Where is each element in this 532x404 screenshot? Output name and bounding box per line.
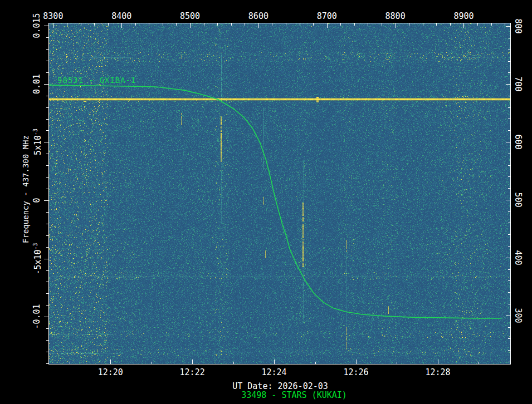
bottom-axis-tick <box>315 362 316 364</box>
left-axis-tick-label: -0.01 <box>33 304 41 329</box>
top-axis-tick <box>423 23 423 26</box>
left-axis-tick <box>46 119 48 120</box>
top-axis-tick-label: 8600 <box>248 12 269 21</box>
bottom-axis-tick-label: 12:22 <box>180 368 205 377</box>
right-axis-tick <box>508 61 510 62</box>
top-axis-tick <box>67 23 67 26</box>
left-axis-tick <box>46 37 48 38</box>
right-axis-tick-label: 800 <box>514 19 522 34</box>
left-axis-tick <box>46 340 48 341</box>
top-axis-tick <box>217 23 218 26</box>
left-axis-tick <box>44 142 48 142</box>
bottom-axis-tick <box>152 362 152 364</box>
bottom-axis-tick-label: 12:20 <box>98 368 123 377</box>
top-axis-tick <box>121 23 122 28</box>
top-axis-tick <box>81 23 81 26</box>
top-axis-tick <box>53 23 53 28</box>
top-axis-tick <box>300 23 300 26</box>
right-axis-tick <box>506 316 510 316</box>
left-axis-tick <box>44 200 48 201</box>
top-axis-tick-label: 8300 <box>43 12 63 21</box>
top-axis-tick <box>94 23 95 26</box>
right-axis-tick <box>508 176 510 177</box>
left-axis-tick <box>44 259 48 259</box>
right-axis-tick <box>508 246 510 247</box>
top-axis-tick <box>450 23 451 26</box>
top-axis-tick <box>382 23 382 26</box>
top-axis-tick <box>327 23 328 28</box>
right-axis-tick <box>506 26 510 27</box>
left-axis-tick <box>46 352 48 352</box>
right-axis-tick <box>508 338 510 339</box>
top-axis-tick <box>396 23 396 28</box>
left-axis-tick <box>46 130 48 131</box>
left-axis-tick <box>46 212 48 213</box>
right-axis-tick-label: 600 <box>514 134 522 149</box>
top-axis-tick <box>313 23 314 26</box>
right-axis-tick-label: 500 <box>514 192 522 207</box>
bottom-axis-tick <box>397 362 397 364</box>
left-axis-tick <box>46 305 48 306</box>
right-axis-tick <box>506 258 510 258</box>
top-axis-tick <box>477 23 478 26</box>
top-axis-tick-label: 8500 <box>180 12 200 21</box>
bottom-axis-tick <box>274 359 275 364</box>
top-axis-tick-label: 8700 <box>317 12 337 21</box>
bottom-axis-tick <box>192 359 193 364</box>
bottom-axis-tick <box>438 359 438 364</box>
left-axis-tick <box>46 165 48 166</box>
left-axis-tick <box>46 247 48 248</box>
left-axis-tick <box>46 224 48 224</box>
top-axis-tick <box>409 23 409 26</box>
top-axis-tick <box>272 23 272 26</box>
top-axis-tick <box>204 23 204 26</box>
right-axis-tick <box>506 200 510 200</box>
left-axis-tick-label: 0.015 <box>33 13 41 38</box>
left-axis-tick <box>46 72 48 73</box>
left-axis-tick <box>46 96 48 96</box>
right-axis-tick-label: 300 <box>514 308 522 323</box>
ut-date-label: UT Date: 2026-02-03 <box>232 382 328 391</box>
top-axis-tick <box>340 23 341 26</box>
right-axis-tick <box>508 280 510 281</box>
right-axis-tick <box>508 188 510 189</box>
bottom-axis-tick <box>110 359 111 364</box>
bottom-axis-tick-label: 12:26 <box>343 368 368 377</box>
plot-frame <box>48 23 511 364</box>
left-axis-tick <box>46 270 48 271</box>
right-axis-tick <box>508 304 510 304</box>
right-axis-tick <box>506 84 510 85</box>
top-axis-tick <box>190 23 191 28</box>
right-axis-tick <box>508 362 510 362</box>
top-axis-tick-label: 8900 <box>453 12 474 21</box>
right-axis-tick <box>508 119 510 119</box>
top-axis-tick <box>245 23 245 26</box>
doppler-curve-label: 98531 - GXIBA-1 <box>57 76 136 84</box>
left-axis-tick <box>44 84 48 85</box>
top-axis-tick <box>163 23 163 26</box>
top-axis-tick <box>491 23 492 26</box>
right-axis-tick <box>508 223 510 223</box>
left-axis-tick-label: -5x10-3 <box>31 243 42 274</box>
left-axis-tick <box>46 61 48 61</box>
left-axis-tick <box>46 363 48 364</box>
right-axis-tick <box>508 350 510 351</box>
top-axis-tick <box>258 23 259 28</box>
top-axis-tick <box>368 23 368 26</box>
top-axis-tick <box>463 23 464 28</box>
right-axis-tick <box>508 38 510 38</box>
right-axis-tick <box>508 327 510 328</box>
right-axis-tick <box>508 107 510 108</box>
left-axis-tick-label: 0 <box>33 198 41 203</box>
bottom-axis-tick <box>70 362 70 364</box>
top-axis-tick <box>108 23 109 26</box>
right-axis-tick <box>508 130 510 131</box>
left-axis-tick <box>46 282 48 282</box>
left-axis-tick-label: 0.01 <box>33 74 41 94</box>
top-axis-tick <box>135 23 136 26</box>
right-axis-tick <box>506 142 510 142</box>
y-axis-title: Frequency - 437.300 MHz <box>21 135 30 243</box>
right-axis-tick <box>508 211 510 212</box>
top-axis-tick <box>354 23 355 26</box>
left-axis-tick <box>46 154 48 154</box>
